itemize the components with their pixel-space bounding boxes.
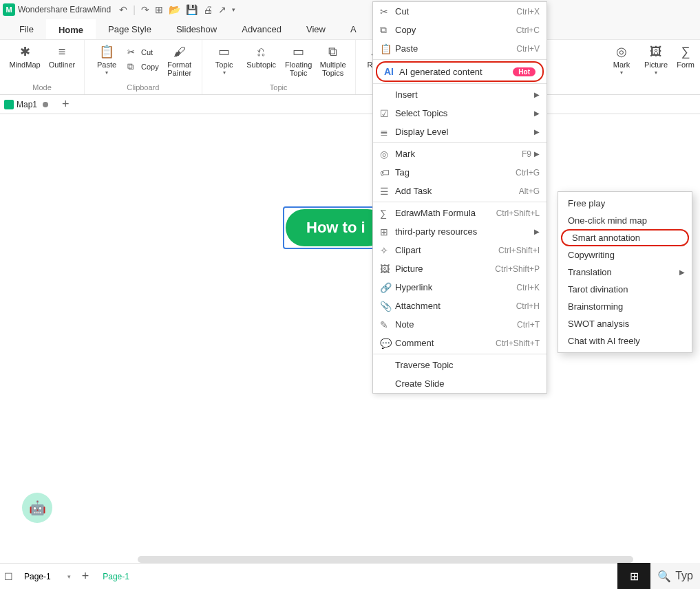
app-logo: M bbox=[3, 3, 15, 16]
mindmap-icon: ✱ bbox=[20, 44, 30, 59]
quick-access-toolbar: ↶ | ↷ ⊞ 📂 💾 🖨 ↗ ▾ bbox=[118, 4, 237, 15]
add-page-button[interactable]: + bbox=[78, 569, 94, 583]
subtopic-button[interactable]: ⎌Subtopic bbox=[242, 43, 281, 69]
ai-menu-translation[interactable]: Translation▶ bbox=[558, 264, 692, 281]
ai-submenu: Free playOne-click mind mapSmart annotat… bbox=[558, 191, 692, 353]
picture-icon: 🖼 bbox=[380, 264, 395, 275]
topic-icon: ▭ bbox=[218, 44, 230, 59]
menu-home[interactable]: Home bbox=[46, 19, 96, 39]
paste-button[interactable]: 📋Paste▾ bbox=[90, 43, 123, 76]
select-icon: ☑ bbox=[380, 108, 395, 119]
menu-item-tag[interactable]: 🏷TagCtrl+G bbox=[373, 163, 547, 182]
save-icon[interactable]: 💾 bbox=[184, 4, 199, 15]
attachment-icon: 📎 bbox=[380, 301, 395, 312]
formula-button-partial[interactable]: ∑Form bbox=[674, 43, 697, 69]
menu-page-style[interactable]: Page Style bbox=[96, 20, 164, 39]
format-painter-button[interactable]: 🖌Format Painter bbox=[163, 43, 196, 77]
topic-button[interactable]: ▭Topic▾ bbox=[208, 43, 241, 76]
layers-icon: ≣ bbox=[380, 127, 395, 138]
menu-item-add-task[interactable]: ☰Add TaskAlt+G bbox=[373, 182, 547, 200]
new-icon[interactable]: ⊞ bbox=[153, 4, 165, 15]
central-topic[interactable]: How to i bbox=[286, 209, 386, 246]
chevron-right-icon: ▶ bbox=[679, 268, 685, 276]
mark-icon: ◎ bbox=[380, 149, 395, 160]
print-icon[interactable]: 🖨 bbox=[202, 4, 214, 15]
group-label-mode: Mode bbox=[32, 83, 52, 93]
mindmap-button[interactable]: ✱MindMap bbox=[6, 43, 44, 69]
menu-item-clipart[interactable]: ✧ClipartCtrl+Shift+I bbox=[373, 241, 547, 259]
menu-item-insert[interactable]: Insert▶ bbox=[373, 85, 547, 104]
search-icon: 🔍 bbox=[657, 570, 671, 583]
ai-menu-tarot-divination[interactable]: Tarot divination bbox=[558, 281, 692, 298]
cut-icon: ✂ bbox=[127, 47, 138, 57]
menu-item-select-topics[interactable]: ☑Select Topics▶ bbox=[373, 104, 547, 122]
floating-topic-button[interactable]: ▭Floating Topic bbox=[282, 43, 315, 77]
resources-icon: ⊞ bbox=[380, 226, 395, 237]
windows-start-icon[interactable]: ⊞ bbox=[617, 563, 650, 589]
menu-item-edrawmath-formula[interactable]: ∑EdrawMath FormulaCtrl+Shift+L bbox=[373, 204, 547, 222]
doc-icon bbox=[4, 100, 14, 109]
multiple-topics-button[interactable]: ⧉Multiple Topics bbox=[317, 43, 350, 77]
menu-item-mark[interactable]: ◎MarkF9▶ bbox=[373, 144, 547, 163]
ribbon-picture-button[interactable]: 🖼Picture▾ bbox=[639, 43, 672, 76]
menu-item-paste[interactable]: 📋PasteCtrl+V bbox=[373, 39, 547, 58]
menu-file[interactable]: File bbox=[7, 20, 46, 39]
menu-view[interactable]: View bbox=[294, 20, 338, 39]
cut-button[interactable]: ✂Cut bbox=[125, 45, 162, 58]
menu-slideshow[interactable]: Slideshow bbox=[164, 20, 229, 39]
formula-icon: ∑ bbox=[380, 208, 395, 219]
task-icon: ☰ bbox=[380, 186, 395, 197]
menu-partial[interactable]: A bbox=[338, 20, 369, 39]
menu-item-create-slide[interactable]: Create Slide bbox=[373, 374, 547, 393]
ai-menu-copywriting[interactable]: Copywriting bbox=[558, 246, 692, 264]
chevron-right-icon: ▶ bbox=[534, 128, 540, 136]
undo-icon[interactable]: ↶ bbox=[118, 4, 129, 15]
ribbon-mark-icon: ◎ bbox=[616, 44, 627, 59]
ai-menu-swot-analysis[interactable]: SWOT analysis bbox=[558, 315, 692, 332]
ai-menu-chat-with-ai-freely[interactable]: Chat with AI freely bbox=[558, 332, 692, 350]
menu-item-cut[interactable]: ✂CutCtrl+X bbox=[373, 2, 547, 21]
open-icon[interactable]: 📂 bbox=[167, 4, 182, 15]
ai-menu-free-play[interactable]: Free play bbox=[558, 195, 692, 212]
app-name: Wondershare EdrawMind bbox=[18, 5, 111, 14]
redo-icon[interactable]: ↷ bbox=[140, 4, 151, 15]
menu-item-note[interactable]: ✎NoteCtrl+T bbox=[373, 315, 547, 334]
multiple-icon: ⧉ bbox=[328, 44, 337, 59]
qat-more-icon[interactable]: ▾ bbox=[231, 6, 237, 13]
pages-panel-icon[interactable]: ☐ bbox=[0, 571, 17, 582]
menubar: File Home Page Style Slideshow Advanced … bbox=[0, 19, 700, 40]
ai-menu-one-click-mind-map[interactable]: One-click mind map bbox=[558, 212, 692, 229]
menu-item-comment[interactable]: 💬CommentCtrl+Shift+T bbox=[373, 334, 547, 352]
hot-badge: Hot bbox=[513, 67, 535, 76]
mark-button[interactable]: ◎Mark▾ bbox=[605, 43, 638, 76]
menu-item-third-party-resources[interactable]: ⊞third-party resources▶ bbox=[373, 222, 547, 241]
tag-icon: 🏷 bbox=[380, 167, 395, 178]
outliner-button[interactable]: ≡Outliner bbox=[45, 43, 78, 69]
menu-item-traverse-topic[interactable]: Traverse Topic bbox=[373, 356, 547, 374]
add-tab-button[interactable]: + bbox=[58, 97, 74, 111]
group-label-topic: Topic bbox=[270, 83, 288, 93]
chevron-right-icon: ▶ bbox=[534, 91, 540, 98]
horizontal-scrollbar[interactable] bbox=[138, 556, 624, 563]
export-icon[interactable]: ↗ bbox=[217, 4, 228, 15]
menu-item-attachment[interactable]: 📎AttachmentCtrl+H bbox=[373, 297, 547, 315]
chevron-right-icon: ▶ bbox=[534, 109, 540, 117]
ribbon-formula-icon: ∑ bbox=[681, 44, 690, 59]
menu-advanced[interactable]: Advanced bbox=[229, 20, 294, 39]
titlebar: M Wondershare EdrawMind ↶ | ↷ ⊞ 📂 💾 🖨 ↗ … bbox=[0, 0, 700, 19]
assistant-fab[interactable]: 🤖 bbox=[22, 493, 52, 523]
menu-item-hyperlink[interactable]: 🔗HyperlinkCtrl+K bbox=[373, 278, 547, 297]
menu-item-copy[interactable]: ⧉CopyCtrl+C bbox=[373, 21, 547, 39]
document-tab[interactable]: Map1 bbox=[17, 100, 37, 109]
page-tab[interactable]: Page-1 bbox=[93, 568, 139, 586]
subtopic-icon: ⎌ bbox=[257, 44, 265, 59]
page-selector[interactable]: Page-1▾ bbox=[17, 572, 78, 581]
taskbar-search[interactable]: 🔍Typ bbox=[650, 563, 700, 589]
ai-menu-smart-annotation[interactable]: Smart annotation bbox=[561, 229, 689, 246]
menu-item-ai-generated-content[interactable]: AIAI generated contentHot bbox=[376, 61, 544, 82]
menu-item-picture[interactable]: 🖼PictureCtrl+Shift+P bbox=[373, 259, 547, 278]
ai-menu-brainstorming[interactable]: Brainstorming bbox=[558, 298, 692, 315]
copy-button[interactable]: ⧉Copy bbox=[125, 60, 162, 74]
menu-item-display-level[interactable]: ≣Display Level▶ bbox=[373, 122, 547, 141]
copy-icon: ⧉ bbox=[127, 61, 138, 72]
